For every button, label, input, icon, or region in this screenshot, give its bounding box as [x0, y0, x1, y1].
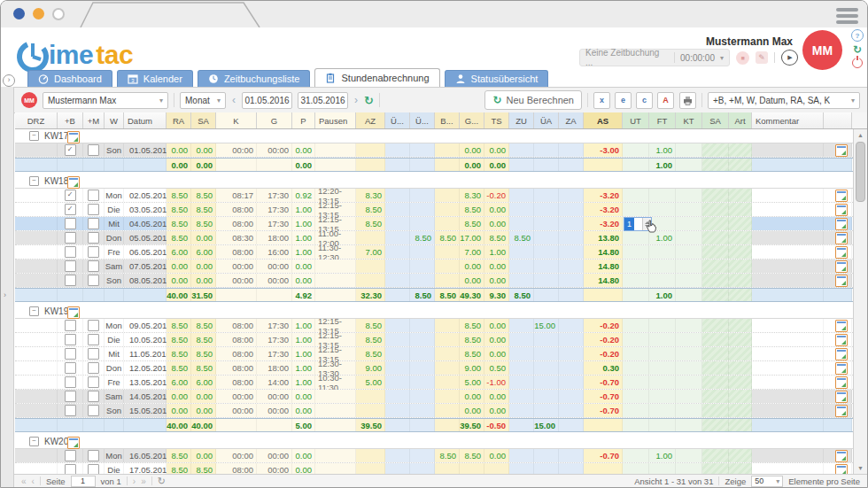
row-checkbox-b[interactable]	[65, 320, 76, 331]
export-e-icon[interactable]: e	[615, 92, 632, 109]
row-checkbox-b[interactable]	[65, 275, 76, 286]
tab-stundenabrechnung[interactable]: Stundenabrechnung	[314, 68, 439, 87]
scrollbar-thumb[interactable]	[856, 142, 865, 202]
section-export-icon[interactable]	[67, 437, 80, 449]
table-row[interactable]: Die10.05.20168.508.5008:0017:301.0012:15…	[15, 333, 853, 347]
period-select[interactable]: Monat▾	[180, 92, 226, 109]
row-checkbox-m[interactable]	[88, 450, 99, 461]
section-export-icon[interactable]	[67, 176, 80, 189]
section-row[interactable]: −KW20:	[15, 435, 853, 449]
section-row[interactable]: −KW17:	[15, 129, 853, 143]
table-row[interactable]: ✓Mon02.05.20168.508.5008:1717:300.9212:2…	[15, 189, 853, 203]
west-panel-expand-icon[interactable]: ›	[3, 74, 15, 87]
row-checkbox-m[interactable]	[88, 190, 99, 201]
column-header-ts[interactable]: TS	[484, 112, 509, 128]
row-checkbox-b[interactable]	[65, 405, 76, 416]
day-view-icon[interactable]	[835, 320, 848, 332]
day-view-icon[interactable]	[835, 190, 848, 202]
traffic-light-blue-icon[interactable]	[13, 8, 25, 19]
recalculate-button[interactable]: ↻ Neu Berechnen	[484, 90, 582, 110]
prev-period-button[interactable]: ‹	[231, 94, 236, 106]
row-checkbox-m[interactable]	[88, 218, 99, 229]
section-export-icon[interactable]	[67, 306, 80, 319]
section-export-icon[interactable]	[67, 131, 80, 143]
user-select[interactable]: Mustermann Max▾	[43, 92, 168, 109]
start-booking-button[interactable]: ▶	[781, 50, 798, 66]
column-header-drz[interactable]: DRZ	[15, 112, 58, 128]
column-header-b[interactable]: B...	[435, 112, 460, 128]
day-view-icon[interactable]	[835, 391, 848, 403]
row-checkbox-b[interactable]	[65, 260, 76, 272]
table-row[interactable]: Mon16.05.20168.500.0000:0000:000.008.508…	[15, 449, 853, 463]
table-row[interactable]: Don05.05.20168.500.0008:3018:001.0011:00…	[15, 231, 853, 245]
row-checkbox-m[interactable]	[88, 376, 99, 388]
column-header-g[interactable]: G	[257, 112, 292, 128]
day-view-icon[interactable]	[835, 334, 848, 346]
row-checkbox-b[interactable]	[65, 376, 76, 388]
scroll-down-icon[interactable]: ▼	[854, 462, 867, 474]
help-icon[interactable]: ?	[851, 29, 864, 42]
export-A-icon[interactable]: A	[657, 92, 674, 109]
edit-booking-icon[interactable]: ✎	[756, 51, 768, 64]
row-checkbox-m[interactable]	[88, 144, 99, 156]
avatar[interactable]: MM	[802, 30, 842, 70]
collapse-icon[interactable]: −	[29, 176, 39, 186]
column-header-as[interactable]: AS	[584, 112, 623, 128]
row-checkbox-m[interactable]	[88, 348, 99, 360]
collapse-icon[interactable]: −	[29, 131, 39, 141]
row-checkbox-m[interactable]	[88, 405, 99, 416]
table-row[interactable]: Sam07.05.20160.000.0000:0000:000.000.000…	[15, 259, 853, 274]
row-checkbox-b[interactable]	[65, 362, 76, 374]
column-header-ft[interactable]: FT	[649, 112, 676, 128]
refresh-icon[interactable]: ↻	[853, 44, 862, 55]
day-view-icon[interactable]	[835, 405, 848, 417]
next-page-button[interactable]: ›	[133, 476, 136, 486]
table-row[interactable]: Fre13.05.20166.006.0008:0014:001.0010:30…	[15, 376, 853, 390]
row-checkbox-b[interactable]	[65, 232, 76, 244]
day-view-icon[interactable]	[835, 376, 848, 389]
column-header-cb1[interactable]: +B	[58, 112, 83, 128]
table-row[interactable]: Mit11.05.20168.508.5008:0017:301.0012:15…	[15, 347, 853, 361]
row-checkbox-m[interactable]	[88, 320, 99, 331]
column-header-p[interactable]: P	[292, 112, 315, 128]
column-header-g2[interactable]: G...	[460, 112, 484, 128]
date-from-input[interactable]: 01.05.2016	[242, 92, 292, 109]
row-checkbox-b[interactable]	[65, 334, 76, 345]
column-header-w[interactable]: W	[105, 112, 124, 128]
day-view-icon[interactable]	[835, 260, 848, 273]
column-header-za[interactable]: ZA	[559, 112, 584, 128]
row-checkbox-b[interactable]	[65, 391, 76, 402]
traffic-light-white-icon[interactable]	[52, 8, 65, 20]
row-checkbox-m[interactable]	[88, 275, 99, 286]
scroll-up-icon[interactable]: ▲	[854, 129, 867, 141]
table-row[interactable]: Don12.05.20168.508.5008:0018:001.0012:30…	[15, 361, 853, 376]
collapse-icon[interactable]: −	[29, 437, 39, 446]
table-row[interactable]: Son08.05.20160.000.0000:0000:000.000.000…	[15, 274, 853, 288]
day-view-icon[interactable]	[835, 464, 848, 475]
traffic-light-yellow-icon[interactable]	[33, 8, 44, 19]
day-view-icon[interactable]	[835, 144, 848, 157]
column-header-ra[interactable]: RA	[167, 112, 191, 128]
stop-booking-icon[interactable]: ■	[736, 51, 749, 65]
page-size-select[interactable]: 50▾	[751, 476, 783, 487]
row-checkbox-m[interactable]	[88, 232, 99, 244]
row-checkbox-m[interactable]	[88, 464, 99, 474]
row-checkbox-m[interactable]	[88, 260, 99, 272]
column-header-sa[interactable]: SA	[191, 112, 216, 128]
west-collapse-strip[interactable]: ›	[1, 87, 14, 487]
row-checkbox-m[interactable]	[88, 246, 99, 258]
table-row[interactable]: Mit04.05.20168.508.5008:0017:301.0012:15…	[15, 217, 853, 231]
column-header-ua[interactable]: ÜA	[534, 112, 559, 128]
row-checkbox-m[interactable]	[88, 391, 99, 402]
column-header-icon[interactable]	[824, 112, 852, 128]
day-view-icon[interactable]	[835, 246, 848, 259]
table-row[interactable]: ✓Die03.05.20168.508.5008:0017:301.0012:1…	[15, 203, 853, 217]
row-checkbox-b[interactable]: ✓	[65, 204, 76, 215]
column-header-cb2[interactable]: +M	[83, 112, 105, 128]
column-header-u1[interactable]: Ü...	[385, 112, 410, 128]
last-page-button[interactable]: »	[141, 476, 146, 486]
row-checkbox-b[interactable]: ✓	[65, 190, 76, 201]
next-period-button[interactable]: ›	[353, 94, 359, 106]
column-header-datum[interactable]: Datum	[124, 112, 167, 128]
day-view-icon[interactable]	[835, 204, 848, 216]
